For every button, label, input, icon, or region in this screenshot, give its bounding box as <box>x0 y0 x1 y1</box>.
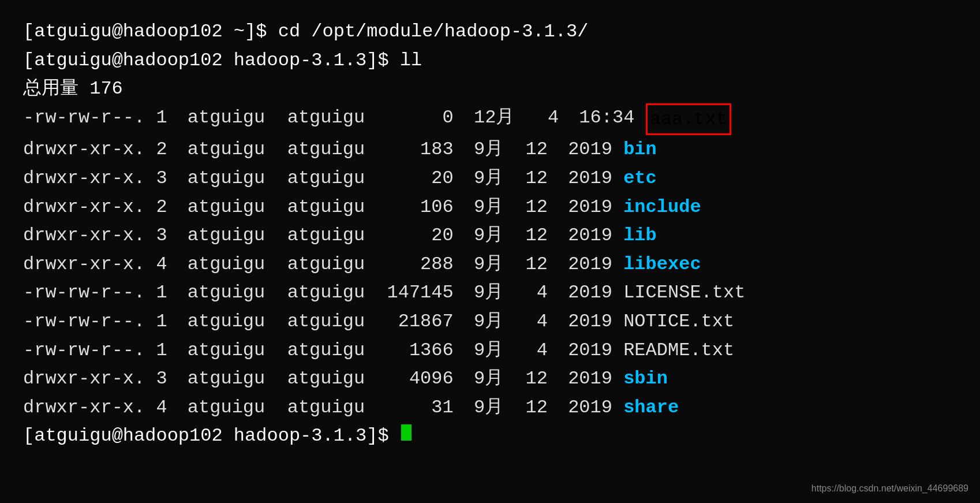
list-item: drwxr-xr-x. 3 atguigu atguigu 20 9月 12 2… <box>23 164 957 193</box>
col-time: 2019 <box>568 164 623 193</box>
col-links: 1 <box>156 103 187 136</box>
col-user: atguigu <box>188 164 287 193</box>
list-item: -rw-rw-r--. 1 atguigu atguigu 1366 9月 4 … <box>23 336 957 365</box>
col-size: 1366 <box>387 336 474 365</box>
col-month: 9月 <box>474 307 526 336</box>
filename: share <box>623 393 679 422</box>
col-time: 2019 <box>568 364 623 393</box>
col-group: atguigu <box>287 221 387 250</box>
total-text: 总用量 176 <box>23 74 123 103</box>
col-group: atguigu <box>287 393 387 422</box>
col-perms: -rw-rw-r--. <box>23 307 156 336</box>
col-perms: drwxr-xr-x. <box>23 221 156 250</box>
col-perms: -rw-rw-r--. <box>23 278 156 307</box>
col-size: 31 <box>387 393 474 422</box>
col-size: 0 <box>387 103 474 136</box>
col-month: 9月 <box>474 364 526 393</box>
col-month: 9月 <box>474 193 526 222</box>
col-links: 1 <box>156 278 187 307</box>
col-perms: drwxr-xr-x. <box>23 250 156 279</box>
col-day: 12 <box>526 164 568 193</box>
col-time: 2019 <box>568 278 623 307</box>
col-time: 2019 <box>568 336 623 365</box>
col-day: 4 <box>537 103 579 136</box>
filename: README.txt <box>623 336 734 365</box>
prompt-text-2: [atguigu@hadoop102 hadoop-3.1.3]$ ll <box>23 46 422 75</box>
list-item: drwxr-xr-x. 3 atguigu atguigu 4096 9月 12… <box>23 364 957 393</box>
col-group: atguigu <box>287 135 387 164</box>
col-day: 12 <box>526 193 568 222</box>
col-size: 21867 <box>387 307 474 336</box>
filename: bin <box>623 135 657 164</box>
col-links: 3 <box>156 221 187 250</box>
col-time: 2019 <box>568 307 623 336</box>
col-perms: drwxr-xr-x. <box>23 364 156 393</box>
prompt-end-line: [atguigu@hadoop102 hadoop-3.1.3]$ <box>23 422 957 450</box>
col-links: 3 <box>156 364 187 393</box>
total-line: 总用量 176 <box>23 74 957 103</box>
file-listing: -rw-rw-r--. 1 atguigu atguigu 0 12月 4 16… <box>23 103 957 422</box>
col-user: atguigu <box>188 336 287 365</box>
filename: NOTICE.txt <box>623 307 734 336</box>
col-day: 4 <box>526 307 568 336</box>
col-group: atguigu <box>287 307 387 336</box>
col-group: atguigu <box>287 193 387 222</box>
col-user: atguigu <box>188 250 287 279</box>
col-group: atguigu <box>287 250 387 279</box>
col-user: atguigu <box>188 221 287 250</box>
col-perms: drwxr-xr-x. <box>23 193 156 222</box>
list-item: drwxr-xr-x. 4 atguigu atguigu 288 9月 12 … <box>23 250 957 279</box>
col-day: 4 <box>526 336 568 365</box>
col-time: 16:34 <box>579 103 645 136</box>
cursor-block <box>401 424 412 441</box>
col-month: 9月 <box>474 250 526 279</box>
col-day: 12 <box>526 135 568 164</box>
col-group: atguigu <box>287 278 387 307</box>
col-size: 20 <box>387 164 474 193</box>
command-line-2: [atguigu@hadoop102 hadoop-3.1.3]$ ll <box>23 46 957 75</box>
list-item: -rw-rw-r--. 1 atguigu atguigu 0 12月 4 16… <box>23 103 957 136</box>
col-size: 4096 <box>387 364 474 393</box>
col-time: 2019 <box>568 393 623 422</box>
col-size: 106 <box>387 193 474 222</box>
list-item: drwxr-xr-x. 3 atguigu atguigu 20 9月 12 2… <box>23 221 957 250</box>
col-month: 9月 <box>474 336 526 365</box>
col-links: 4 <box>156 250 187 279</box>
col-month: 9月 <box>474 164 526 193</box>
prompt-end-text: [atguigu@hadoop102 hadoop-3.1.3]$ <box>23 422 400 450</box>
col-size: 183 <box>387 135 474 164</box>
prompt-text-1: [atguigu@hadoop102 ~]$ cd /opt/module/ha… <box>23 17 588 46</box>
col-day: 12 <box>526 364 568 393</box>
col-group: atguigu <box>287 336 387 365</box>
highlighted-filename: aaa.txt <box>646 103 731 136</box>
col-perms: -rw-rw-r--. <box>23 336 156 365</box>
col-user: atguigu <box>188 193 287 222</box>
col-group: atguigu <box>287 103 387 136</box>
col-user: atguigu <box>188 393 287 422</box>
filename: lib <box>623 221 657 250</box>
col-time: 2019 <box>568 135 623 164</box>
col-size: 147145 <box>387 278 474 307</box>
col-month: 9月 <box>474 135 526 164</box>
col-month: 9月 <box>474 221 526 250</box>
col-day: 4 <box>526 278 568 307</box>
col-month: 12月 <box>474 103 537 136</box>
col-user: atguigu <box>188 135 287 164</box>
col-group: atguigu <box>287 364 387 393</box>
filename: libexec <box>623 250 701 279</box>
col-month: 9月 <box>474 393 526 422</box>
col-links: 4 <box>156 393 187 422</box>
col-links: 1 <box>156 336 187 365</box>
filename: sbin <box>623 364 668 393</box>
col-day: 12 <box>526 221 568 250</box>
col-links: 2 <box>156 193 187 222</box>
col-size: 288 <box>387 250 474 279</box>
filename: etc <box>623 164 657 193</box>
col-perms: drwxr-xr-x. <box>23 393 156 422</box>
list-item: -rw-rw-r--. 1 atguigu atguigu 21867 9月 4… <box>23 307 957 336</box>
col-time: 2019 <box>568 250 623 279</box>
col-links: 1 <box>156 307 187 336</box>
col-perms: drwxr-xr-x. <box>23 135 156 164</box>
col-user: atguigu <box>188 278 287 307</box>
col-links: 2 <box>156 135 187 164</box>
